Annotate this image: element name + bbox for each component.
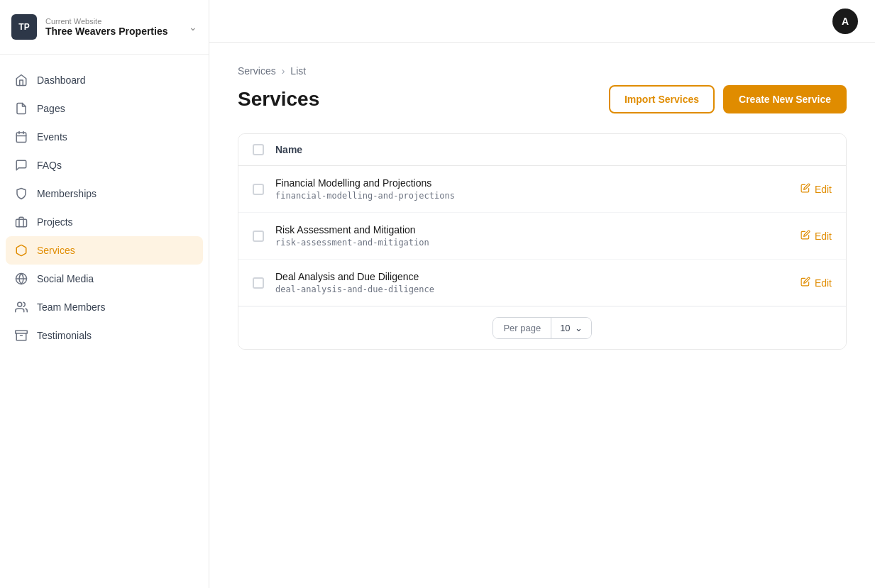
briefcase-icon — [14, 215, 28, 229]
sidebar-item-label: Testimonials — [37, 330, 92, 341]
sidebar-website-info: Current Website Three Weavers Properties — [45, 17, 180, 38]
table-header-row: Name — [238, 134, 846, 166]
svg-rect-0 — [16, 133, 26, 143]
sidebar-item-memberships[interactable]: Memberships — [0, 179, 209, 208]
edit-button[interactable]: Edit — [800, 277, 832, 289]
home-icon — [14, 73, 28, 87]
edit-button[interactable]: Edit — [800, 230, 832, 242]
per-page-label: Per page — [493, 318, 551, 338]
service-slug: financial-modelling-and-projections — [275, 191, 789, 201]
service-name: Risk Assessment and Mitigation — [275, 224, 789, 235]
svg-rect-8 — [16, 331, 28, 333]
sidebar-item-team-members[interactable]: Team Members — [0, 293, 209, 321]
edit-label: Edit — [815, 184, 832, 195]
sidebar: TP Current Website Three Weavers Propert… — [0, 0, 209, 588]
chevron-down-icon: ⌄ — [189, 21, 197, 33]
main-content: A Services › List Services Import Servic… — [209, 0, 875, 588]
sidebar-item-services[interactable]: Services — [6, 236, 203, 265]
sidebar-header[interactable]: TP Current Website Three Weavers Propert… — [0, 0, 209, 55]
page-header: Services Import Services Create New Serv… — [238, 85, 847, 113]
file-icon — [14, 101, 28, 116]
sidebar-item-label: FAQs — [37, 160, 62, 171]
sidebar-avatar: TP — [11, 14, 37, 40]
sidebar-item-testimonials[interactable]: Testimonials — [0, 321, 209, 350]
sidebar-item-label: Projects — [37, 216, 73, 228]
table-footer: Per page 10 ⌄ — [238, 306, 846, 349]
select-all-checkbox[interactable] — [253, 144, 264, 155]
sidebar-item-label: Dashboard — [37, 74, 86, 86]
column-name-header: Name — [275, 144, 302, 155]
topbar: A — [209, 0, 875, 43]
sidebar-item-label: Social Media — [37, 273, 94, 284]
table-row: Risk Assessment and Mitigation risk-asse… — [238, 213, 846, 260]
edit-label: Edit — [815, 277, 832, 289]
sidebar-item-faqs[interactable]: FAQs — [0, 151, 209, 179]
service-name: Financial Modelling and Projections — [275, 177, 789, 189]
edit-icon — [800, 183, 810, 195]
website-name: Three Weavers Properties — [45, 26, 180, 38]
table-row: Deal Analysis and Due Diligence deal-ana… — [238, 260, 846, 306]
table-row: Financial Modelling and Projections fina… — [238, 166, 846, 213]
breadcrumb-current: List — [290, 65, 306, 77]
service-name: Deal Analysis and Due Diligence — [275, 271, 789, 282]
sidebar-nav: Dashboard Pages Events — [0, 55, 209, 588]
per-page-control: Per page 10 ⌄ — [492, 317, 591, 339]
sidebar-item-label: Team Members — [37, 301, 105, 313]
sidebar-item-label: Services — [37, 245, 75, 256]
service-slug: deal-analysis-and-due-diligence — [275, 284, 789, 294]
message-square-icon — [14, 158, 28, 172]
chevron-down-icon: ⌄ — [575, 323, 583, 333]
sidebar-item-events[interactable]: Events — [0, 123, 209, 151]
sidebar-item-label: Events — [37, 131, 67, 143]
shield-icon — [14, 187, 28, 201]
breadcrumb: Services › List — [238, 65, 847, 77]
service-info: Financial Modelling and Projections fina… — [275, 177, 789, 201]
create-new-service-button[interactable]: Create New Service — [723, 85, 847, 113]
page-title: Services — [238, 88, 319, 111]
globe-icon — [14, 272, 28, 286]
per-page-select[interactable]: 10 ⌄ — [551, 318, 590, 338]
sidebar-item-social-media[interactable]: Social Media — [0, 265, 209, 293]
sidebar-item-projects[interactable]: Projects — [0, 208, 209, 236]
calendar-icon — [14, 130, 28, 144]
services-table: Name Financial Modelling and Projections… — [238, 133, 847, 350]
row-checkbox[interactable] — [253, 277, 264, 289]
svg-point-7 — [18, 302, 22, 306]
sidebar-item-pages[interactable]: Pages — [0, 94, 209, 123]
edit-icon — [800, 230, 810, 242]
row-checkbox[interactable] — [253, 184, 264, 195]
row-checkbox[interactable] — [253, 231, 264, 242]
content-area: Services › List Services Import Services… — [209, 43, 875, 588]
service-info: Deal Analysis and Due Diligence deal-ana… — [275, 271, 789, 294]
edit-button[interactable]: Edit — [800, 183, 832, 195]
user-avatar[interactable]: A — [832, 9, 858, 34]
sidebar-item-dashboard[interactable]: Dashboard — [0, 66, 209, 94]
header-actions: Import Services Create New Service — [609, 85, 847, 113]
breadcrumb-parent[interactable]: Services — [238, 65, 276, 77]
sidebar-item-label: Memberships — [37, 188, 97, 199]
edit-label: Edit — [815, 231, 832, 242]
box-icon — [14, 243, 28, 257]
import-services-button[interactable]: Import Services — [609, 85, 715, 113]
sidebar-item-label: Pages — [37, 103, 65, 114]
svg-rect-4 — [16, 219, 27, 227]
breadcrumb-separator: › — [282, 65, 285, 77]
service-info: Risk Assessment and Mitigation risk-asse… — [275, 224, 789, 248]
per-page-value: 10 — [560, 323, 570, 333]
website-label: Current Website — [45, 17, 180, 26]
archive-icon — [14, 328, 28, 343]
users-icon — [14, 300, 28, 314]
service-slug: risk-assessment-and-mitigation — [275, 238, 789, 248]
edit-icon — [800, 277, 810, 289]
